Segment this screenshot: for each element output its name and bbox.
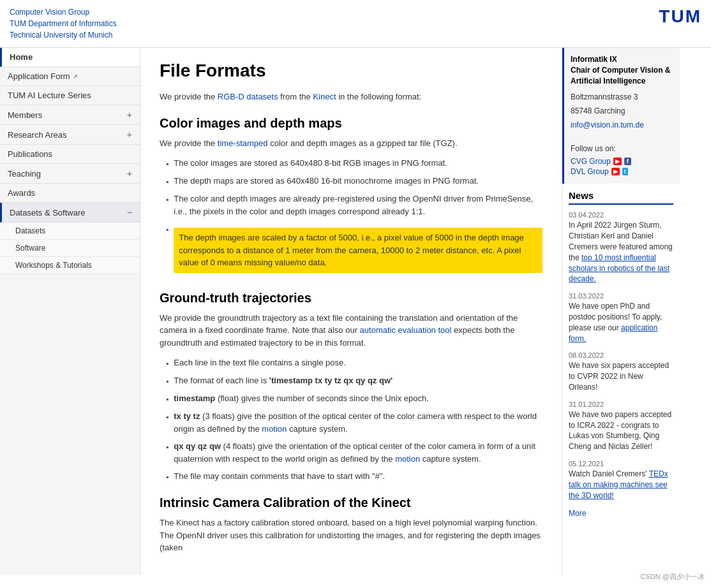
sidebar-item-tum-ai[interactable]: TUM AI Lecture Series (0, 86, 140, 105)
section3-title: Intrinsic Camera Calibration of the Kine… (160, 496, 543, 510)
list-item-2: The depth maps are stored as 640x480 16-… (166, 175, 543, 187)
address-line2: 85748 Garching (571, 105, 673, 117)
expand-icon: + (127, 110, 132, 120)
tum-logo: TUM (659, 6, 701, 27)
list-item-1: The color images are stored as 640x480 8… (166, 157, 543, 170)
color-depth-list: The color images are stored as 640x480 8… (166, 157, 543, 278)
news-text-5: Watch Daniel Cremers' TEDx talk on makin… (569, 469, 673, 501)
traj-list-item-5: qx qy qz qw (4 floats) give the orientat… (166, 440, 543, 465)
email-link[interactable]: info@vision.in.tum.de (571, 121, 644, 129)
tum-university-link[interactable]: Technical University of Munich (10, 29, 116, 41)
more-link[interactable]: More (569, 509, 586, 518)
news-text-2: We have open PhD and postdoc positions! … (569, 301, 673, 344)
sidebar-item-application-form[interactable]: Application Form ➚ (0, 67, 140, 86)
sidebar-item-publications[interactable]: Publications (0, 145, 140, 164)
cvg-link[interactable]: CVG Group (571, 157, 611, 166)
news-title: News (569, 190, 673, 205)
news-date-2: 31.03.2022 (569, 292, 673, 300)
youtube-icon2[interactable]: ▶ (611, 168, 620, 175)
news-text-3: We have six papers accepted to CVPR 2022… (569, 360, 673, 392)
traj-list-item-2: The format of each line is 'timestamp tx… (166, 374, 543, 387)
traj-list-item-6: The file may contain comments that have … (166, 470, 543, 483)
email: info@vision.in.tum.de (571, 119, 673, 131)
sidebar-item-label: Home (10, 52, 33, 62)
section3-intro: The Kinect has a factory calibration sto… (160, 517, 543, 554)
highlight-text: The depth images are scaled by a factor … (174, 228, 543, 273)
follow-label: Follow us on: (571, 143, 673, 154)
list-item-4: The depth images are scaled by a factor … (166, 223, 543, 278)
expand-icon: + (127, 129, 132, 140)
kinect-link[interactable]: Kinect (313, 92, 336, 101)
tum-dept-link[interactable]: TUM Department of Informatics (10, 18, 116, 29)
trajectory-list: Each line in the text file contains a si… (166, 356, 543, 483)
news-item-2: 31.03.2022 We have open PhD and postdoc … (569, 292, 673, 344)
page-header: Computer Vision Group TUM Department of … (0, 0, 711, 48)
external-link-icon: ➚ (73, 73, 78, 80)
address-line1: Boltzmannstrasse 3 (571, 91, 673, 103)
sidebar-item-datasets-software[interactable]: Datasets & Software − (0, 203, 140, 223)
time-stamped-link[interactable]: time-stamped (218, 138, 268, 148)
application-form-link[interactable]: application form. (569, 323, 657, 343)
sidebar-item-label: Application Form (8, 71, 70, 81)
sidebar-item-datasets[interactable]: Datasets (0, 223, 140, 240)
sidebar-item-label: Publications (8, 149, 52, 159)
sidebar-item-members[interactable]: Members + (0, 105, 140, 125)
scholars-link[interactable]: top 10 most influential scholars in robo… (569, 253, 670, 284)
news-date-4: 31.01.2022 (569, 401, 673, 408)
news-text-4: We have two papers accepted to ICRA 2022… (569, 409, 673, 452)
sidebar-item-home[interactable]: Home (0, 48, 140, 67)
expand-icon: + (127, 168, 132, 179)
motion-link[interactable]: motion (262, 424, 287, 434)
sidebar-item-label: Software (15, 244, 45, 253)
traj-list-item-1: Each line in the text file contains a si… (166, 356, 543, 369)
news-date-5: 05.12.2021 (569, 460, 673, 467)
twitter-icon[interactable]: t (622, 168, 628, 175)
sidebar-item-label: Members (8, 110, 42, 120)
sidebar-item-label: Datasets (15, 226, 45, 235)
sidebar: Home Application Form ➚ TUM AI Lecture S… (0, 48, 140, 575)
collapse-icon: − (127, 207, 132, 217)
facebook-icon[interactable]: f (624, 158, 631, 165)
news-text-1: In April 2022 Jürgen Sturm, Christian Ke… (569, 220, 673, 284)
traj-list-item-4: tx ty tz (3 floats) give the position of… (166, 410, 543, 435)
sidebar-item-label: Research Areas (8, 130, 67, 140)
youtube-icon[interactable]: ▶ (613, 158, 622, 165)
eval-tool-link[interactable]: automatic evaluation tool (360, 325, 452, 335)
cvg-link[interactable]: Computer Vision Group (10, 6, 116, 18)
rgb-d-link[interactable]: RGB-D datasets (218, 92, 278, 101)
info-box: Informatik IXChair of Computer Vision &A… (562, 48, 680, 184)
section1-intro: We provide the time-stamped color and de… (160, 137, 543, 150)
info-title: Informatik IXChair of Computer Vision &A… (571, 54, 673, 86)
news-item-3: 08.03.2022 We have six papers accepted t… (569, 351, 673, 392)
news-item-5: 05.12.2021 Watch Daniel Cremers' TEDx ta… (569, 460, 673, 501)
right-sidebar: Informatik IXChair of Computer Vision &A… (562, 48, 680, 575)
main-content: File Formats We provide the RGB-D datase… (140, 48, 562, 575)
sidebar-item-awards[interactable]: Awards (0, 184, 140, 203)
dvl-row: DVL Group ▶ t (571, 167, 673, 176)
sidebar-item-label: Teaching (8, 169, 41, 179)
dvl-link[interactable]: DVL Group (571, 167, 609, 176)
watermark: CSDN @四夕小一冰 (641, 572, 705, 575)
sidebar-item-workshops[interactable]: Workshops & Tutorials (0, 257, 140, 274)
sidebar-item-software[interactable]: Software (0, 240, 140, 257)
header-links: Computer Vision Group TUM Department of … (10, 6, 116, 41)
sidebar-item-label: Datasets & Software (10, 208, 86, 217)
sidebar-item-label: Workshops & Tutorials (15, 261, 92, 270)
page-title: File Formats (160, 61, 543, 81)
tedx-link[interactable]: TEDx talk on making machines see the 3D … (569, 469, 668, 500)
sidebar-item-research-areas[interactable]: Research Areas + (0, 125, 140, 145)
news-section: News 03.04.2022 In April 2022 Jürgen Stu… (562, 184, 680, 524)
section1-title: Color images and depth maps (160, 116, 543, 131)
traj-list-item-3: timestamp (float) gives the number of se… (166, 392, 543, 405)
page-layout: Home Application Form ➚ TUM AI Lecture S… (0, 48, 711, 575)
motion-link2[interactable]: motion (395, 454, 420, 464)
sidebar-item-teaching[interactable]: Teaching + (0, 164, 140, 184)
news-item-1: 03.04.2022 In April 2022 Jürgen Sturm, C… (569, 211, 673, 284)
section2-title: Ground-truth trajectories (160, 291, 543, 305)
news-date-1: 03.04.2022 (569, 211, 673, 219)
intro-paragraph: We provide the RGB-D datasets from the K… (160, 91, 543, 103)
news-date-3: 08.03.2022 (569, 351, 673, 359)
sidebar-item-label: TUM AI Lecture Series (8, 91, 91, 100)
news-item-4: 31.01.2022 We have two papers accepted t… (569, 401, 673, 452)
sidebar-item-label: Awards (8, 188, 35, 198)
